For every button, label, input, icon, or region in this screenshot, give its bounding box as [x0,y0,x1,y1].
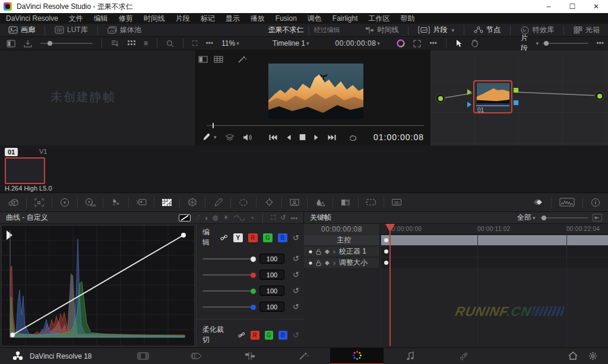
hand-tool-icon[interactable] [467,37,483,50]
corrector-node-01[interactable]: 01 [473,80,512,113]
channel-y-button[interactable]: Y [233,233,243,242]
hue-vs-hue-icon[interactable]: ◌̈ [195,214,200,221]
page-deliver-button[interactable] [437,348,490,364]
menu-davinci-resolve[interactable]: DaVinci Resolve [6,14,58,23]
gallery-options-icon[interactable]: ••• [201,37,217,50]
node-key-output[interactable] [514,100,518,105]
keyframe-diamond-icon[interactable] [325,249,330,254]
settings-gear-icon[interactable] [588,352,597,360]
project-manager-home-icon[interactable] [568,352,578,360]
menu-view[interactable]: 显示 [226,14,240,24]
lut-library-button[interactable]: LUT库 [50,24,93,37]
menu-fusion[interactable]: Fusion [276,14,297,23]
reset-green-icon[interactable]: ↺ [293,286,299,295]
node-rgb-output[interactable] [514,88,518,93]
soft-clip-g-button[interactable]: G [265,331,274,340]
power-window-icon[interactable] [235,193,252,212]
shot-match-icon[interactable] [132,193,150,212]
soft-clip-r-button[interactable]: R [251,331,259,340]
keyframe-track-corrector1[interactable]: › 校正器 1 [304,246,608,257]
keyframe-dot[interactable] [384,238,388,242]
reset-edit-icon[interactable]: ↺ [293,233,299,242]
play-button[interactable] [314,134,319,141]
source-node[interactable] [435,93,445,103]
keyframe-zoom-slider[interactable] [540,217,588,219]
hue-vs-sat-icon[interactable]: ◑ [204,214,208,221]
stop-button[interactable] [300,134,306,140]
loop-button[interactable] [349,134,357,141]
grab-still-eyedropper-icon[interactable] [202,133,210,141]
hue-vs-lum-icon[interactable]: ◍ [213,214,218,221]
stills-panel-icon[interactable] [2,37,20,50]
menu-trim[interactable]: 修剪 [119,14,133,24]
go-to-last-frame-button[interactable] [328,134,337,141]
sort-icon[interactable] [107,37,124,50]
versions-icon[interactable] [530,193,547,212]
red-value[interactable]: 100 [259,270,284,280]
viewer-scrub-bar[interactable] [207,123,424,128]
wipe-mode-icon[interactable] [198,52,208,66]
mute-audio-icon[interactable] [243,134,252,141]
reset-curves-icon[interactable]: ↺ [280,214,286,221]
expand-curves-icon[interactable]: ⛶ [271,214,276,221]
zoom-level-dropdown[interactable]: 11%▾ [217,37,243,50]
pointer-tool-icon[interactable] [451,37,467,50]
hdr-wheels-icon[interactable]: HDR [81,193,99,212]
go-to-first-frame-button[interactable] [269,134,278,141]
keyframe-panel-collapse-icon[interactable]: ⇤ [593,214,602,221]
clip-options-icon[interactable]: ••• [592,37,608,50]
menu-edit[interactable]: 编辑 [94,14,108,24]
keyframe-dot[interactable] [384,261,388,265]
info-icon[interactable] [587,193,604,212]
reset-blue-icon[interactable]: ↺ [293,302,299,311]
timeline-select-dropdown[interactable]: Timeline 1▾ [268,37,313,50]
page-media-button[interactable] [116,348,170,364]
camera-raw-icon[interactable] [5,193,23,212]
soft-clip-link-icon[interactable] [238,331,245,338]
blue-curve-slider[interactable] [202,306,255,308]
output-node[interactable] [594,91,604,101]
stereo-3d-icon[interactable]: 3D [388,193,406,212]
magic-mask-wand-icon[interactable] [229,52,247,66]
enhanced-viewer-icon[interactable] [409,37,425,50]
gang-link-icon[interactable] [220,234,227,241]
color-match-icon[interactable] [107,193,125,212]
framing-icon[interactable] [30,193,48,212]
menu-file[interactable]: 文件 [69,14,83,24]
qualifier-icon[interactable] [209,193,227,212]
color-wheels-icon[interactable] [56,193,74,212]
curves-icon[interactable] [158,193,176,212]
keyframe-track-sizing[interactable]: › 调整大小 [304,258,608,268]
luma-curve-slider[interactable] [202,258,255,259]
green-curve-slider[interactable] [202,290,255,292]
sizing-icon[interactable] [362,193,380,212]
nodes-panel-button[interactable]: 节点 [469,24,505,37]
channel-g-button[interactable]: G [263,233,273,242]
menu-help[interactable]: 帮助 [401,14,415,24]
lum-vs-sat-icon[interactable]: ☀ [223,214,229,221]
list-view-icon[interactable]: ≡ [140,37,152,50]
luma-value[interactable]: 100 [259,254,284,264]
chevron-down-icon[interactable]: ▾ [214,134,217,140]
clip-filter-dropdown[interactable]: 片段▾ [517,37,543,50]
expand-gallery-icon[interactable]: ⛶ [188,37,201,50]
grid-view-icon[interactable] [124,37,140,50]
sat-vs-lum-icon[interactable]: ◔ [250,214,254,221]
import-still-icon[interactable] [20,37,36,50]
tracker-icon[interactable] [260,193,278,212]
lock-icon[interactable] [316,260,321,266]
curves-options-icon[interactable]: ••• [290,214,297,221]
keyframe-dot[interactable] [384,249,388,254]
gallery-toggle-button[interactable]: 画廊 [4,24,40,37]
gallery-zoom-slider[interactable] [40,43,93,44]
magic-mask-icon[interactable] [286,193,303,212]
clip-zoom-slider[interactable] [543,43,588,44]
media-pool-button[interactable]: 媒体池 [103,24,146,37]
reset-soft-clip-icon[interactable]: ↺ [293,331,299,340]
page-fusion-button[interactable] [277,348,330,364]
menu-timeline[interactable]: 时间线 [144,14,165,24]
channel-r-button[interactable]: R [248,233,258,242]
step-back-button[interactable] [286,134,292,141]
clip-thumbnail[interactable] [5,157,45,184]
menu-playback[interactable]: 播放 [251,14,265,24]
